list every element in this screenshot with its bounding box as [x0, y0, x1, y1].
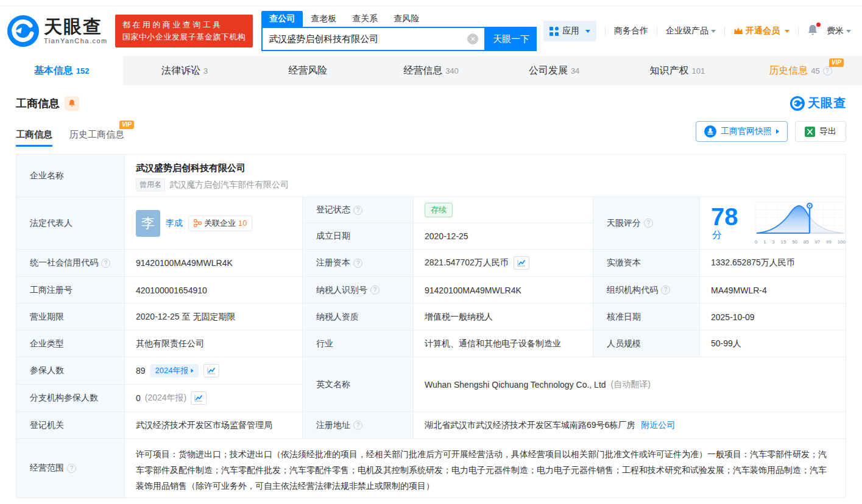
industry-label: 行业	[303, 331, 414, 357]
help-icon[interactable]	[67, 464, 76, 473]
annual-report-label: 2024年报	[155, 365, 189, 376]
score-label: 天眼评分	[607, 218, 641, 229]
search-input[interactable]	[263, 34, 467, 44]
enterprise-label: 企业级产品	[666, 26, 708, 37]
row-reg-authority: 登记机关 武汉经济技术开发区市场监督管理局 注册地址 湖北省武汉市武汉经济技术开…	[16, 412, 846, 439]
chevron-right-icon	[191, 369, 193, 373]
score-value-cell: 78分	[700, 197, 846, 249]
clear-search-icon[interactable]	[467, 33, 478, 44]
monitor-bell-button[interactable]	[65, 96, 79, 111]
help-icon[interactable]	[644, 219, 653, 228]
org-code-label-cell: 组织机构代码	[593, 277, 700, 303]
taxpayer-id-label-cell: 纳税人识别号	[303, 277, 414, 303]
help-icon[interactable]	[101, 259, 110, 268]
reg-status-label-cell: 登记状态	[303, 197, 414, 223]
english-name-value: Wuhan Shengshi Qichuang Technology Co., …	[425, 380, 606, 390]
approval-date-label: 核准日期	[593, 304, 700, 330]
tab-label: 经营风险	[288, 65, 327, 77]
search-tabs: 查公司 查老板 查关系 查风险	[261, 11, 537, 27]
establish-date-value: 2020-12-25	[414, 223, 593, 249]
tab-operation-risk[interactable]: 经营风险	[246, 56, 369, 85]
nav-cooperation[interactable]: 商务合作	[614, 26, 648, 37]
export-button[interactable]: 导出	[795, 121, 846, 142]
divider	[605, 26, 606, 36]
tianyancha-watermark: 天眼查	[790, 95, 846, 111]
reg-capital-label: 注册资本	[316, 257, 350, 268]
open-vip-button[interactable]: 开通会员	[733, 26, 790, 37]
bell-icon	[68, 99, 76, 107]
tab-legal[interactable]: 法律诉讼 3	[123, 56, 246, 85]
tab-history-info[interactable]: VIP 历史信息 45	[739, 56, 862, 85]
search-tab-boss[interactable]: 查老板	[303, 11, 344, 27]
related-count: 10	[238, 219, 247, 228]
subtab-history-business-info[interactable]: VIP 历史工商信息	[69, 129, 124, 147]
tab-label: 知识产权	[649, 65, 688, 77]
nav-enterprise-products[interactable]: 企业级产品	[666, 26, 716, 37]
business-registration-table: 企业名称 武汉盛势启创科技有限公司 曾用名 武汉魔方启创汽车部件有限公司 法定代…	[16, 154, 846, 498]
promo-line1: 都在用的商业查询工具	[122, 19, 246, 31]
tab-count: 101	[691, 66, 705, 75]
tab-intellectual-property[interactable]: 知识产权 101	[616, 56, 739, 85]
trend-chart-icon[interactable]	[191, 391, 207, 405]
business-term-label: 营业期限	[16, 304, 125, 330]
apps-menu[interactable]: 应用	[543, 21, 596, 41]
trend-chart-icon[interactable]	[203, 364, 219, 377]
company-type-value: 其他有限责任公司	[125, 331, 303, 357]
reg-address-value: 湖北省武汉市武汉经济技术开发区车城南路69号6栋厂房	[425, 420, 635, 431]
search-button[interactable]: 天眼一下	[486, 27, 537, 51]
business-info-section: 工商信息 天眼查 工商信息 VIP 历史工商信息	[0, 85, 862, 147]
header: 天眼查 TianYanCha.com 都在用的商业查询工具 国家中小企业发展子基…	[0, 6, 862, 56]
annual-report-pill[interactable]: 2024年报	[150, 364, 199, 377]
nearby-companies-link[interactable]: 附近公司	[641, 420, 675, 431]
reg-address-value-cell: 湖北省武汉市武汉经济技术开发区车城南路69号6栋厂房 附近公司	[414, 412, 846, 438]
help-icon[interactable]	[353, 259, 362, 268]
tianyancha-logo-icon	[790, 96, 805, 111]
crown-icon	[733, 27, 743, 35]
tab-basic-info[interactable]: 基本信息 152	[0, 56, 123, 85]
business-scope-label-cell: 经营范围	[16, 439, 125, 497]
score-marker-pin	[807, 203, 813, 209]
legal-rep-link[interactable]: 李成	[166, 218, 183, 229]
username: 费米	[827, 26, 844, 37]
trend-chart-icon[interactable]	[514, 256, 529, 270]
tab-label: 法律诉讼	[161, 65, 200, 77]
search-tab-company[interactable]: 查公司	[261, 11, 303, 27]
org-code-label: 组织机构代码	[607, 285, 658, 296]
official-snapshot-button[interactable]: 工商官网快照	[696, 121, 788, 142]
score-label-cell: 天眼评分	[593, 197, 700, 249]
row-business-term: 营业期限 2020-12-25 至 无固定期限 纳税人资质 增值税一般纳税人 核…	[16, 304, 846, 331]
tab-count: 34	[571, 66, 579, 75]
tianyancha-logo[interactable]: 天眼查 TianYanCha.com	[7, 15, 108, 47]
tab-business-info[interactable]: 经营信息 340	[369, 56, 492, 85]
notifications-bell[interactable]	[807, 24, 818, 38]
help-icon[interactable]	[823, 66, 832, 75]
tab-count: 340	[445, 66, 459, 75]
help-icon[interactable]	[353, 421, 362, 430]
tab-label: 公司发展	[529, 65, 568, 77]
branch-insured-value-cell: 0 (2024年报)	[125, 385, 302, 411]
company-name-label: 企业名称	[16, 155, 125, 197]
row-reg-status: 登记状态 存续	[303, 197, 593, 223]
reg-status-label: 登记状态	[316, 205, 350, 215]
related-companies-badge[interactable]: 关联企业 10	[188, 215, 252, 231]
help-icon[interactable]	[370, 285, 380, 295]
watermark-text: 天眼查	[808, 95, 846, 111]
subtab-business-info[interactable]: 工商信息	[16, 129, 52, 147]
help-icon[interactable]	[353, 206, 362, 215]
help-icon[interactable]	[661, 285, 670, 295]
legal-rep-avatar[interactable]: 李	[136, 210, 160, 237]
search-tab-relation[interactable]: 查关系	[344, 11, 386, 27]
search-tab-risk[interactable]: 查风险	[386, 11, 427, 27]
export-label: 导出	[819, 126, 836, 137]
insured-count-value: 89	[136, 366, 146, 376]
user-menu[interactable]: 费米	[827, 26, 851, 37]
company-name-value: 武汉盛势启创科技有限公司 曾用名 武汉魔方启创汽车部件有限公司	[125, 155, 846, 197]
reg-capital-value-cell: 2821.547702万人民币	[414, 250, 593, 276]
staff-size-label: 人员规模	[593, 331, 700, 357]
excel-icon	[805, 127, 815, 137]
score-value: 78	[711, 203, 738, 230]
score-unit: 分	[712, 229, 722, 240]
main-tabbar: 基本信息 152 法律诉讼 3 经营风险 经营信息 340 公司发展 34 知识…	[0, 56, 862, 85]
industry-value: 计算机、通信和其他电子设备制造业	[414, 331, 593, 357]
tab-company-development[interactable]: 公司发展 34	[493, 56, 616, 85]
